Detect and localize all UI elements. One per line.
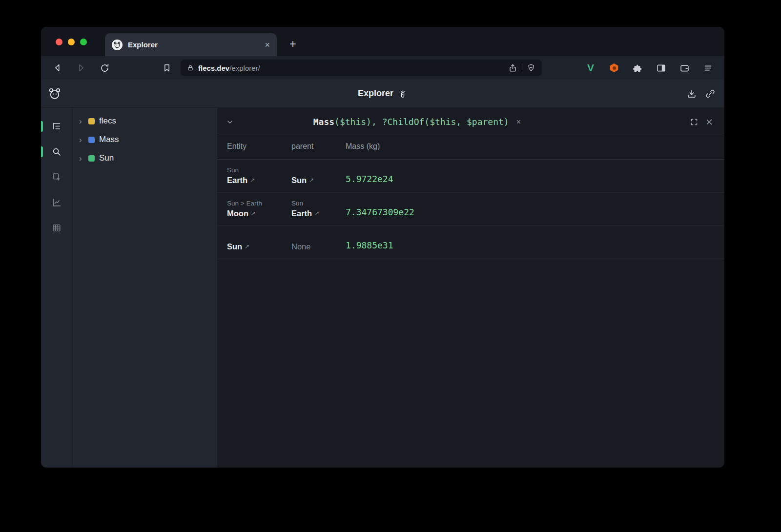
entity-name: Sun [227,242,242,251]
entity-link[interactable]: Earth ↗ [227,176,291,185]
clear-query-button[interactable]: × [516,118,521,126]
rail-item-profiler[interactable] [41,215,72,241]
explorer-body: › flecs › Mass › Sun [41,108,724,468]
vue-extension-icon: V [587,62,594,74]
page-title: Explorer [358,88,393,99]
link-icon [705,88,716,99]
query-term-optional: ?ChildOf($this, $parent) [382,117,509,127]
mass-cell: 5.9722e24 [346,174,715,185]
download-button[interactable] [684,86,699,101]
explorer-header: Explorer [41,80,724,108]
brave-lion-icon [527,63,535,72]
browser-window: Explorer × + flecs.dev /explorer/ [41,27,724,468]
rail-item-query[interactable] [41,139,72,164]
hexagon-extension-button[interactable] [604,58,624,78]
entity-tree-panel: › flecs › Mass › Sun [72,108,217,468]
url-path: /explorer/ [229,64,260,72]
component-color-swatch [88,137,95,143]
module-color-swatch [88,118,95,124]
back-button[interactable] [48,58,67,78]
table-row: Sun > Earth Moon ↗ Sun Earth ↗ [217,193,724,226]
table-row: Sun ↗ None 1.9885e31 [217,226,724,259]
entity-cell: Sun Earth ↗ [227,166,291,185]
parent-cell: Sun Earth ↗ [291,200,346,218]
header-actions [684,86,718,101]
parent-link[interactable]: Sun ↗ [291,176,346,185]
menu-button[interactable] [698,58,718,78]
entity-name: Moon [227,209,248,218]
entity-path: Sun > Earth [227,200,291,207]
sidebar-toggle-button[interactable] [651,58,671,78]
column-header-mass: Mass (kg) [346,142,715,151]
remote-connection-icon [398,89,408,99]
entity-link[interactable]: Sun ↗ [227,242,291,251]
parent-cell: None [291,242,346,251]
entity-name: Earth [227,176,247,185]
header-title-group: Explorer [358,88,408,99]
close-window-button[interactable] [56,39,62,45]
puzzle-icon [633,63,643,73]
expand-chevron-icon[interactable]: › [79,117,84,125]
address-bar-divider [522,63,522,73]
tab-close-button[interactable]: × [265,41,270,49]
query-header-actions [690,118,716,126]
share-button[interactable] [508,63,517,73]
panel-rail [41,108,72,468]
flecs-explorer-page: Explorer [41,80,724,468]
close-query-panel-icon[interactable] [705,118,714,126]
tree-item-flecs[interactable]: › flecs [72,112,217,130]
expand-chevron-icon[interactable]: › [79,136,84,144]
chevron-down-icon [226,118,234,126]
browser-tab[interactable]: Explorer × [105,33,277,56]
window-controls [56,39,87,45]
bookmark-button[interactable] [157,58,177,78]
tree-item-mass[interactable]: › Mass [72,130,217,149]
permalink-button[interactable] [703,86,718,101]
open-entity-icon: ↗ [245,243,249,250]
entity-link[interactable]: Moon ↗ [227,209,291,218]
wallet-button[interactable] [675,58,694,78]
open-entity-icon: ↗ [309,177,314,184]
search-icon [51,146,62,157]
zoom-window-button[interactable] [80,39,87,45]
entity-cell: Sun > Earth Moon ↗ [227,200,291,218]
tree-item-label: Sun [99,153,114,163]
sidebar-panel-icon [656,63,666,73]
url-host: flecs.dev [198,64,229,72]
query-header: Mass($this), ?ChildOf($this, $parent) × [217,111,724,133]
fullscreen-icon[interactable] [690,118,699,126]
rail-item-entity-tree[interactable] [41,114,72,139]
tree-item-label: Mass [99,135,119,144]
query-expression-input[interactable]: Mass($this), ?ChildOf($this, $parent) [239,106,509,137]
forward-button[interactable] [71,58,91,78]
minimize-window-button[interactable] [68,39,75,45]
tree-item-sun[interactable]: › Sun [72,149,217,167]
rail-item-stats[interactable] [41,190,72,215]
tree-item-label: flecs [99,116,116,126]
forward-icon [76,62,86,73]
reload-button[interactable] [95,58,114,78]
parent-link[interactable]: Earth ↗ [291,209,346,218]
rail-item-inspector[interactable] [41,164,72,190]
bookmark-icon [162,63,172,73]
new-tab-button[interactable]: + [286,37,300,51]
entity-tree-icon [51,121,62,132]
titlebar: Explorer × + [41,27,724,56]
query-panel: Mass($this), ?ChildOf($this, $parent) × … [217,108,724,468]
mass-cell: 7.34767309e22 [346,207,715,218]
brave-shields-button[interactable] [527,63,535,72]
vue-devtools-extension-button[interactable]: V [581,58,600,78]
mass-value: 5.9722e24 [346,174,715,185]
wallet-icon [679,63,690,73]
flecs-logo[interactable] [48,87,62,101]
active-indicator [41,146,43,157]
parent-name: Sun [291,176,307,185]
inspector-cursor-icon [51,172,62,183]
collapse-query-button[interactable] [226,118,234,126]
extensions-button[interactable] [628,58,647,78]
lock-icon [187,64,194,71]
table-row: Sun Earth ↗ Sun ↗ [217,160,724,193]
address-bar[interactable]: flecs.dev /explorer/ [181,60,542,76]
expand-chevron-icon[interactable]: › [79,154,84,163]
profiler-grid-icon [51,223,62,233]
